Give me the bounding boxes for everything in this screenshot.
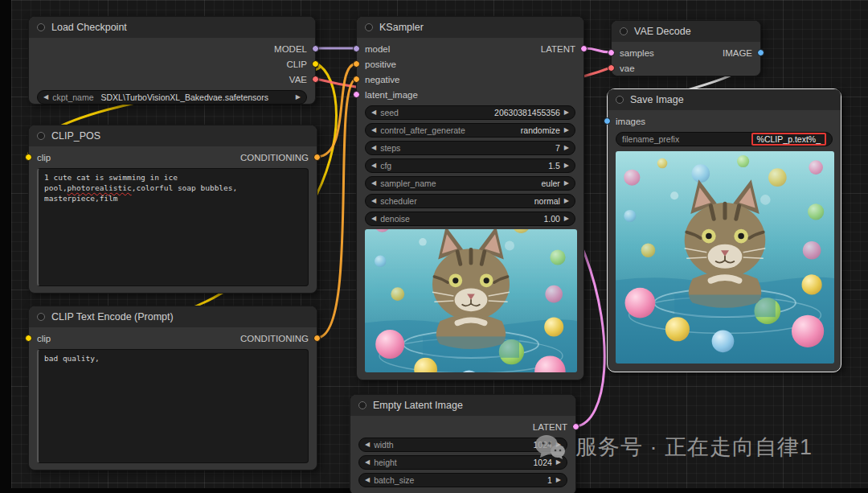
output-row-vae: VAE [37, 72, 307, 87]
increment-icon[interactable]: ▶ [564, 180, 569, 187]
clip-output-slot[interactable] [312, 60, 319, 68]
slot-row-model-latent: model LATENT [365, 41, 575, 56]
node-body: images filename_prefix %CLIP_p.text%_ [608, 110, 841, 372]
increment-icon[interactable]: ▶ [564, 145, 569, 151]
node-vae-decode[interactable]: VAE Decode samples IMAGE vae [611, 20, 761, 76]
node-titlebar[interactable]: CLIP_POS [29, 125, 317, 146]
collapse-dot-icon[interactable] [616, 96, 624, 104]
decrement-icon[interactable]: ◀ [371, 180, 376, 187]
collapse-dot-icon[interactable] [37, 23, 45, 31]
latent-image-input-slot[interactable] [353, 91, 360, 98]
model-input-slot[interactable] [353, 45, 360, 52]
slot-row-samples-image: samples IMAGE [620, 45, 752, 60]
increment-icon[interactable]: ▶ [564, 109, 569, 116]
prompt-text-misspelled: photorealistic [68, 183, 132, 192]
latent-output-slot[interactable] [580, 45, 588, 52]
increment-icon[interactable]: ▶ [564, 127, 569, 134]
node-clip-text-encode-negative[interactable]: CLIP Text Encode (Prompt) clip CONDITION… [28, 306, 317, 470]
increment-icon[interactable]: ▶ [564, 162, 569, 169]
sampler-name-widget[interactable]: ◀ sampler_name euler ▶ [365, 176, 575, 191]
node-body: model LATENT positive negative latent_im… [357, 38, 583, 380]
samples-input-slot[interactable] [608, 49, 615, 56]
node-clip-pos[interactable]: CLIP_POS clip CONDITIONING 1 cute cat is… [28, 125, 317, 294]
denoise-widget[interactable]: ◀ denoise 1.00 ▶ [365, 212, 575, 226]
decrement-icon[interactable]: ◀ [371, 216, 376, 222]
node-body: clip CONDITIONING bad quality, [29, 327, 317, 471]
collapse-dot-icon[interactable] [37, 132, 45, 140]
vae-output-slot[interactable] [312, 76, 319, 83]
decrement-icon[interactable]: ◀ [365, 477, 370, 483]
negative-prompt-textarea[interactable]: bad quality, [37, 349, 309, 463]
decrement-icon[interactable]: ◀ [371, 198, 376, 204]
node-body: MODEL CLIP VAE ◀ ckpt_name SDXL\TurboVis… [29, 38, 315, 116]
conditioning-output-slot[interactable] [313, 335, 321, 342]
node-load-checkpoint[interactable]: Load Checkpoint MODEL CLIP VAE ◀ ckpt_na… [28, 16, 316, 105]
slot-row-vae: vae [620, 60, 752, 76]
decrement-icon[interactable]: ◀ [43, 94, 48, 101]
conditioning-output-slot[interactable] [313, 154, 321, 161]
seed-widget[interactable]: ◀ seed 20630381455356 ▶ [365, 105, 575, 120]
vae-input-slot[interactable] [608, 64, 615, 72]
filename-prefix-widget[interactable]: filename_prefix %CLIP_p.text%_ [616, 132, 833, 146]
filename-prefix-value-highlighted: %CLIP_p.text%_ [751, 133, 826, 146]
slot-row-clip-conditioning: clip CONDITIONING [37, 150, 309, 165]
watermark-text: 服务号 · 正在走向自律1 [575, 433, 813, 462]
node-titlebar[interactable]: Save Image [608, 89, 841, 110]
collapse-dot-icon[interactable] [365, 23, 373, 31]
increment-icon[interactable]: ▶ [296, 94, 301, 101]
positive-input-slot[interactable] [353, 60, 360, 68]
clip-input-slot[interactable] [25, 335, 32, 342]
node-body: samples IMAGE vae [612, 42, 760, 84]
node-titlebar[interactable]: Empty Latent Image [350, 395, 575, 416]
ksampler-preview-image [365, 229, 577, 372]
control-after-generate-widget[interactable]: ◀ control_after_generate randomize ▶ [365, 123, 575, 138]
node-title: VAE Decode [634, 26, 691, 37]
save-image-preview [616, 151, 834, 364]
decrement-icon[interactable]: ◀ [371, 127, 376, 134]
node-title: KSampler [379, 22, 424, 33]
decrement-icon[interactable]: ◀ [365, 442, 370, 448]
wechat-bubbles-logo-icon [534, 433, 566, 461]
increment-icon[interactable]: ▶ [556, 477, 561, 483]
comfyui-workspace: Load Checkpoint MODEL CLIP VAE ◀ ckpt_na… [0, 0, 868, 493]
node-titlebar[interactable]: VAE Decode [612, 21, 760, 42]
node-body: clip CONDITIONING 1 cute cat is swimming… [29, 146, 317, 294]
node-title: Save Image [630, 94, 684, 105]
node-save-image[interactable]: Save Image images filename_prefix %CLIP_… [607, 88, 841, 372]
slot-row-images: images [616, 113, 833, 129]
image-output-slot[interactable] [757, 49, 764, 56]
output-row-model: MODEL [37, 41, 307, 56]
node-titlebar[interactable]: CLIP Text Encode (Prompt) [29, 306, 317, 327]
slot-row-negative: negative [365, 72, 575, 87]
node-title: Load Checkpoint [51, 22, 127, 33]
increment-icon[interactable]: ▶ [564, 198, 569, 204]
images-input-slot[interactable] [604, 117, 611, 125]
slot-row-latent-image: latent_image [365, 87, 575, 102]
node-titlebar[interactable]: KSampler [357, 17, 583, 38]
node-title: CLIP_POS [51, 130, 100, 142]
slot-row-positive: positive [365, 56, 575, 72]
negative-input-slot[interactable] [353, 76, 360, 83]
increment-icon[interactable]: ▶ [564, 216, 569, 222]
positive-prompt-textarea[interactable]: 1 cute cat is swimming in ice pool,photo… [37, 168, 309, 286]
decrement-icon[interactable]: ◀ [371, 145, 376, 151]
latent-output-slot[interactable] [572, 423, 579, 430]
collapse-dot-icon[interactable] [37, 313, 45, 321]
steps-widget[interactable]: ◀ steps 7 ▶ [365, 141, 575, 155]
node-ksampler[interactable]: KSampler model LATENT positive negative … [356, 16, 584, 380]
decrement-icon[interactable]: ◀ [371, 162, 376, 169]
model-output-slot[interactable] [312, 45, 319, 52]
scheduler-widget[interactable]: ◀ scheduler normal ▶ [365, 194, 575, 208]
collapse-dot-icon[interactable] [620, 27, 628, 35]
collapse-dot-icon[interactable] [358, 401, 366, 409]
cfg-widget[interactable]: ◀ cfg 1.5 ▶ [365, 158, 575, 173]
batch-size-widget[interactable]: ◀ batch_size 1 ▶ [358, 473, 567, 487]
node-titlebar[interactable]: Load Checkpoint [29, 17, 315, 38]
node-title: Empty Latent Image [373, 400, 463, 411]
ckpt-name-widget[interactable]: ◀ ckpt_name SDXL\TurboVisionXL_Bakedvae.… [37, 90, 307, 105]
output-row-clip: CLIP [37, 56, 307, 72]
clip-input-slot[interactable] [25, 154, 32, 161]
decrement-icon[interactable]: ◀ [371, 109, 376, 116]
node-title: CLIP Text Encode (Prompt) [51, 311, 174, 323]
decrement-icon[interactable]: ◀ [365, 459, 370, 466]
